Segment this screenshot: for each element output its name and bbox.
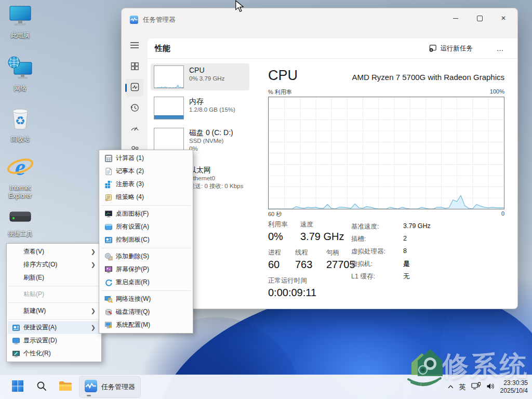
notepad-icon — [104, 167, 116, 176]
submenu-item-all-settings[interactable]: 所有设置(A) — [100, 220, 192, 233]
desktop-icon-this-pc[interactable]: 此电脑 — [4, 5, 36, 39]
item-sub2: 发送: 0 接收: 0 Kbps — [189, 182, 243, 190]
menu-item-label: 显示设置(D) — [23, 336, 96, 345]
desktop-icon-internet-explorer[interactable]: e Internet Explorer — [4, 154, 36, 200]
menu-item-label: 计算器 (1) — [116, 154, 188, 163]
nav-startup-apps[interactable] — [126, 120, 143, 138]
menu-item-sort-by[interactable]: 排序方式(O)❯ — [8, 258, 100, 271]
tray-network-icon[interactable] — [471, 382, 481, 392]
menu-item-new[interactable]: 新建(W)❯ — [8, 304, 100, 317]
ime-language-indicator[interactable]: 英 — [459, 382, 466, 392]
search-button[interactable] — [31, 377, 52, 397]
menu-item-label: 个性化(R) — [23, 349, 96, 358]
restart-icon — [104, 278, 116, 287]
submenu-item-restart-desktop[interactable]: 重启桌面(R) — [100, 276, 192, 289]
tray-clock[interactable]: 23:30:35 2025/10/4 — [500, 379, 528, 395]
menu-item-convenient-settings[interactable]: 便捷设置(A)❯ — [8, 321, 100, 334]
submenu-item-calculator[interactable]: 计算器 (1) — [100, 152, 192, 165]
menu-separator — [101, 248, 191, 248]
hard-drive-icon — [8, 208, 33, 229]
internet-explorer-icon: e — [7, 154, 34, 183]
menu-item-label: 控制面板(C) — [116, 235, 188, 244]
tab-performance[interactable]: 性能 — [155, 44, 170, 54]
x-axis-right: 0 — [501, 210, 504, 217]
cpu-detail-pane: CPU AMD Ryzen 7 5700G with Radeon Graphi… — [268, 58, 504, 309]
spec-label: 基准速度: — [351, 222, 403, 231]
more-options-button[interactable]: … — [493, 42, 508, 55]
navigation-menu-button[interactable] — [126, 37, 143, 55]
submenu-item-control-panel[interactable]: 控制面板(C) — [100, 233, 192, 246]
nav-processes[interactable] — [126, 58, 143, 76]
menu-item-refresh[interactable]: 刷新(E) — [8, 271, 100, 284]
recycle-bin-icon: ♻ — [8, 106, 33, 134]
maximize-button[interactable] — [468, 8, 491, 28]
disk-cleanup-icon — [104, 308, 116, 316]
running-app-indicator — [87, 395, 91, 396]
close-button[interactable]: ✕ — [491, 8, 515, 28]
perf-list-item-cpu[interactable]: CPU 0% 3.79 GHz — [151, 63, 249, 90]
desktop-icon-recycle-bin[interactable]: ♻ 回收站 — [4, 106, 36, 143]
stat-uptime: 正常运行时间 0:00:09:11 — [268, 277, 316, 299]
nav-performance[interactable] — [126, 79, 143, 97]
submenu-item-add-remove[interactable]: 添加删除(S) — [100, 250, 192, 263]
tray-time: 23:30:35 — [500, 379, 528, 387]
menu-item-display-settings[interactable]: 显示设置(D) — [8, 334, 100, 347]
tray-chevron-button[interactable] — [447, 382, 454, 392]
submenu-item-notepad[interactable]: 记事本 (2) — [100, 165, 192, 178]
display-settings-icon — [12, 337, 23, 345]
submenu-item-disk-cleanup[interactable]: 磁盘清理(Q) — [100, 305, 192, 318]
add-remove-programs-icon — [104, 252, 116, 261]
menu-item-label: 系统配置(M) — [116, 321, 188, 329]
submenu-item-group-policy[interactable]: 组策略 (4) — [100, 191, 192, 204]
history-clock-icon — [130, 103, 140, 115]
tray-volume-icon[interactable] — [486, 382, 495, 392]
settings-window-icon — [104, 223, 116, 231]
pane-header: 性能 运行新任务 … — [148, 38, 517, 59]
spec-label: 虚拟机: — [351, 260, 403, 269]
submenu-item-registry[interactable]: 注册表 (3) — [100, 178, 192, 191]
desktop-icon-label: 此电脑 — [11, 32, 30, 39]
perf-list-item-memory[interactable]: 内存 1.2/8.0 GB (15%) — [151, 95, 249, 122]
submenu-arrow-icon: ❯ — [91, 261, 96, 268]
spec-label: 虚拟处理器: — [351, 247, 403, 256]
submenu-item-screensaver[interactable]: 屏幕保护(P) — [100, 263, 192, 276]
nav-app-history[interactable] — [126, 100, 143, 117]
menu-separator — [101, 205, 191, 206]
spec-value: 8 — [403, 247, 407, 255]
minimize-button[interactable] — [444, 8, 468, 28]
control-panel-icon — [12, 324, 23, 332]
menu-separator — [9, 302, 99, 303]
submenu-item-desktop-icons[interactable]: 桌面图标(F) — [100, 207, 192, 220]
hamburger-icon — [130, 42, 139, 51]
desktop-icon-network[interactable]: 网络 — [4, 56, 36, 92]
menu-item-view[interactable]: 查看(V)❯ — [8, 245, 100, 258]
cpu-utilization-graph[interactable] — [268, 97, 504, 209]
spec-value: 是 — [403, 260, 410, 269]
x-axis-left: 60 秒 — [268, 210, 282, 218]
file-explorer-button[interactable] — [55, 377, 76, 397]
desktop-icon-tools[interactable]: 便捷工具 — [4, 208, 36, 238]
submenu-item-system-configuration[interactable]: 系统配置(M) — [100, 318, 192, 331]
calculator-icon — [104, 154, 116, 163]
disk-mini-graph — [154, 128, 184, 151]
desktop-icon-label: Internet Explorer — [4, 184, 36, 200]
submenu-item-network-connections[interactable]: 网络连接(W) — [100, 292, 192, 305]
stat-processes: 进程 60 — [268, 249, 281, 271]
taskbar-button-label: 任务管理器 — [101, 382, 135, 392]
menu-item-label: 查看(V) — [23, 247, 96, 256]
scroll-icon — [104, 193, 116, 202]
spec-label: 插槽: — [351, 235, 403, 244]
run-new-task-icon — [429, 44, 437, 54]
start-button[interactable] — [7, 377, 28, 397]
title-bar[interactable]: 任务管理器 ✕ — [122, 8, 517, 31]
taskbar-task-manager-button[interactable]: 任务管理器 — [79, 376, 141, 398]
this-pc-icon — [8, 5, 33, 30]
menu-item-label: 新建(W) — [23, 307, 96, 315]
item-sub: 1.2/8.0 GB (15%) — [189, 106, 235, 114]
search-icon — [36, 380, 47, 394]
cpu-spec-list: 基准速度:3.79 GHz 插槽:2 虚拟处理器:8 虚拟机:是 L1 缓存:无 — [351, 222, 431, 285]
run-new-task-button[interactable]: 运行新任务 — [424, 42, 477, 55]
item-sub: 0% 3.79 GHz — [189, 75, 224, 83]
cpu-model-name: AMD Ryzen 7 5700G with Radeon Graphics — [352, 73, 504, 82]
menu-item-personalize[interactable]: 个性化(R) — [8, 347, 100, 360]
